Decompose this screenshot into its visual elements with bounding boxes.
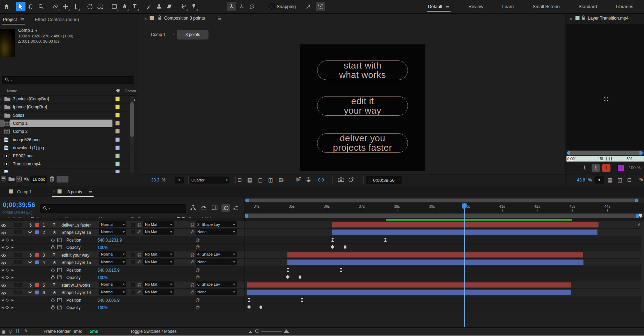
column-comment[interactable]: Comm [125, 89, 136, 93]
rotobrush-tool[interactable] [179, 2, 188, 11]
workspace-tab-standard[interactable]: Standard [569, 0, 606, 13]
parent-link-dropdown[interactable]: 2. Shape Lay▾ [196, 221, 237, 227]
label-color-chip[interactable] [115, 162, 120, 166]
keyframe-hourglass-icon[interactable] [248, 298, 251, 303]
track-row[interactable] [245, 281, 644, 289]
switch-cell[interactable] [19, 223, 22, 227]
timeline-tab-menu-icon[interactable]: ☰ [88, 189, 93, 194]
next-keyframe-icon[interactable]: ▶ [12, 299, 14, 302]
property-row[interactable]: ◀▶Opacity100%@ [0, 244, 244, 251]
guide-arrow-icon[interactable] [303, 2, 313, 11]
track-row[interactable] [245, 244, 644, 251]
show-channels-icon[interactable] [295, 177, 301, 183]
proxy-person-icon[interactable] [592, 164, 600, 172]
stopwatch-icon[interactable] [51, 238, 55, 243]
property-name[interactable]: Opacity [66, 305, 81, 310]
track-row[interactable] [245, 274, 644, 281]
trim-out-handle[interactable] [639, 151, 643, 155]
graph-editor-icon[interactable] [233, 205, 239, 210]
keyframe-diamond-icon[interactable] [330, 245, 334, 249]
matte-pickwhip-icon[interactable]: @ [137, 260, 141, 265]
keyframe-diamond-icon[interactable] [286, 275, 290, 279]
scrollbar-right-cap[interactable] [635, 199, 638, 202]
scrollbar-left-cap[interactable] [245, 199, 249, 202]
project-item-clipped[interactable] [0, 169, 135, 173]
property-name[interactable]: Position [66, 238, 81, 243]
shy-layers-icon[interactable] [201, 206, 207, 210]
property-name[interactable]: Opacity [66, 245, 81, 250]
project-scrollbar[interactable] [130, 96, 134, 173]
property-name[interactable]: Opacity [66, 275, 81, 280]
eraser-tool[interactable] [164, 2, 174, 11]
trim-in-handle[interactable] [567, 151, 570, 155]
switch-cell[interactable] [14, 260, 17, 264]
parent-pickwhip-icon[interactable]: @ [190, 283, 195, 287]
orbit-camera-tool[interactable] [51, 2, 60, 11]
expand-arrow-icon[interactable]: ❯ [28, 291, 32, 294]
stopwatch-icon[interactable] [51, 298, 55, 303]
track-row[interactable] [245, 251, 644, 259]
project-item-3-points-compbro-[interactable]: ›3 points [CompBro] [0, 95, 135, 103]
workspace-tab-libraries[interactable]: Libraries [606, 0, 643, 13]
zoom-in-mountain-icon[interactable] [284, 329, 289, 333]
layer-name[interactable]: Shape Layer 15 [61, 260, 91, 265]
graph-icon[interactable] [57, 238, 62, 243]
rectangle-tool[interactable] [110, 2, 119, 11]
hand-tool[interactable] [26, 2, 36, 11]
parent-link-dropdown[interactable]: None▾ [196, 289, 237, 295]
show-channels-icon[interactable] [638, 177, 644, 184]
layer-color-swatch[interactable] [35, 223, 39, 227]
prev-keyframe-icon[interactable]: ◀ [1, 269, 3, 272]
keyframe-hourglass-icon[interactable] [339, 268, 343, 273]
close-icon[interactable]: × [144, 16, 147, 21]
layer-row-6[interactable]: ❯6★Shape Layer 14Normal▾@No Mat▾@None▾ [0, 289, 244, 296]
switch-cell[interactable] [14, 253, 17, 257]
label-color-chip[interactable] [115, 137, 120, 142]
property-row[interactable]: ◀▶Position540.0,915.9@ [0, 266, 244, 274]
layer-name[interactable]: start w...t works [61, 283, 90, 288]
project-panel-menu-icon[interactable]: ☰ [20, 17, 24, 22]
matte-pickwhip-icon[interactable]: @ [137, 230, 141, 235]
property-value[interactable]: 540.0,1231.9 [97, 238, 122, 243]
next-keyframe-icon[interactable]: ▶ [12, 276, 14, 279]
track-matte-dropdown[interactable]: No Mat▾ [143, 281, 174, 287]
switch-cell[interactable] [14, 283, 17, 287]
trash-icon[interactable] [50, 176, 54, 181]
t-switch-cell[interactable] [131, 230, 135, 234]
label-color-chip[interactable] [115, 145, 120, 150]
graph-icon[interactable] [57, 245, 62, 250]
property-value[interactable]: 540.0,606.9 [97, 298, 119, 303]
t-switch-cell[interactable] [131, 283, 135, 287]
work-area-bar[interactable] [245, 213, 644, 218]
exposure-value[interactable]: +0.0 [316, 178, 324, 183]
property-row[interactable]: ◀▶Position540.0,606.9@ [0, 296, 244, 304]
stopwatch-icon[interactable] [51, 245, 55, 251]
pane-divider[interactable] [244, 197, 245, 312]
show-snapshot-icon[interactable] [349, 177, 354, 183]
track-row[interactable] [245, 221, 644, 229]
project-audio-icon[interactable] [24, 177, 29, 181]
track-matte-dropdown[interactable]: No Mat▾ [143, 229, 174, 235]
local-axis-mode-icon[interactable] [227, 2, 236, 11]
add-keyframe-icon[interactable] [6, 238, 9, 242]
matte-pickwhip-icon[interactable]: @ [137, 252, 141, 257]
track-row[interactable] [245, 236, 644, 244]
layer-row-4[interactable]: ❯4★Shape Layer 15Normal▾@No Mat▾@None▾ [0, 259, 244, 266]
track-row[interactable] [245, 289, 644, 296]
layer-trim-bar[interactable] [566, 150, 644, 156]
label-column-icon[interactable] [115, 88, 120, 94]
property-row[interactable]: ◀▶Opacity100%@ [0, 274, 244, 281]
duration-bar-red[interactable] [332, 222, 599, 228]
project-resize-grip[interactable] [57, 176, 68, 183]
layer-opacity-value[interactable]: 100 % [629, 165, 641, 170]
timeline-zoom-handle[interactable] [255, 329, 259, 333]
layer-viewer[interactable] [566, 24, 644, 150]
keyframe-diamond-icon[interactable] [247, 305, 251, 309]
eye-icon[interactable] [1, 253, 6, 258]
project-item-image526-png[interactable]: image526.png [0, 136, 135, 144]
label-color-chip[interactable] [115, 129, 120, 134]
add-keyframe-icon[interactable] [6, 276, 9, 279]
workspace-menu-icon[interactable]: ☰ [446, 4, 450, 9]
expand-arrow-icon[interactable]: ❯ [28, 231, 32, 234]
view-options-icon[interactable]: ⊞▾ [279, 177, 285, 183]
